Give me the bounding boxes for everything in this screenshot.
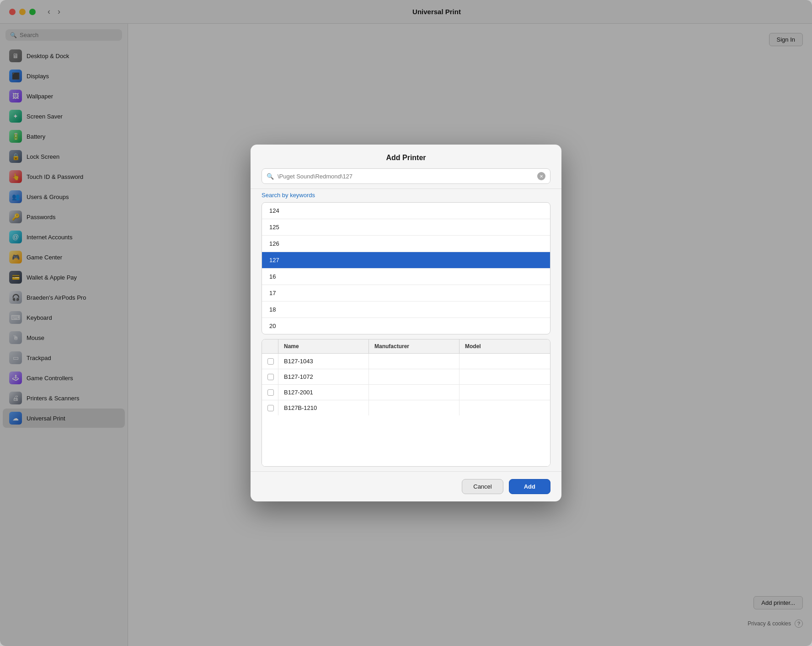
table-header-model: Model [459,339,550,353]
search-by-keywords-link[interactable]: Search by keywords [251,189,561,202]
modal-footer: Cancel Add [251,471,561,501]
row-model-cell [459,385,550,400]
printer-list-item-125[interactable]: 125 [262,219,550,236]
row-checkbox-cell [262,385,278,400]
table-header-name: Name [278,339,369,353]
row-model-cell [459,400,550,415]
printer-search-input[interactable]: \Puget Sound\Redmond\127 [278,173,534,180]
row-checkbox-cell [262,354,278,369]
table-row[interactable]: B127-1072 [262,369,550,385]
row-checkbox[interactable] [267,405,274,411]
printer-results-table: Name Manufacturer Model B127-1043 B127-1… [262,339,550,467]
printer-list-item-126[interactable]: 126 [262,236,550,252]
table-row[interactable]: B127-1043 [262,354,550,369]
table-body: B127-1043 B127-1072 B127-2001 B127B-1210 [262,354,550,445]
row-manufacturer-cell [369,369,459,384]
add-printer-modal: Add Printer 🔍 \Puget Sound\Redmond\127 ✕… [251,145,561,501]
empty-table-area [262,445,550,467]
row-model-cell [459,354,550,369]
cancel-button[interactable]: Cancel [462,479,503,494]
modal-search-box: 🔍 \Puget Sound\Redmond\127 ✕ [262,168,550,184]
row-name-cell: B127-1072 [278,369,369,384]
app-window: ‹ › Universal Print 🔍 🖥 Desktop & Dock ⬛… [0,0,812,646]
printer-number-list: 12412512612716171820 [262,202,550,334]
modal-overlay: Add Printer 🔍 \Puget Sound\Redmond\127 ✕… [0,0,812,646]
row-checkbox-cell [262,400,278,415]
row-name-cell: B127-1043 [278,354,369,369]
row-manufacturer-cell [369,400,459,415]
modal-header: Add Printer [251,145,561,168]
modal-search-row: 🔍 \Puget Sound\Redmond\127 ✕ [251,168,561,189]
printer-list-item-16[interactable]: 16 [262,269,550,285]
row-manufacturer-cell [369,385,459,400]
row-checkbox-cell [262,369,278,384]
table-header: Name Manufacturer Model [262,339,550,354]
row-checkbox[interactable] [267,389,274,396]
row-model-cell [459,369,550,384]
row-checkbox[interactable] [267,374,274,380]
printer-list-item-18[interactable]: 18 [262,301,550,318]
table-header-manufacturer: Manufacturer [369,339,459,353]
table-header-checkbox [262,339,278,353]
row-name-cell: B127B-1210 [278,400,369,415]
printer-number-list-container: 12412512612716171820 [251,202,561,334]
modal-search-icon: 🔍 [267,173,274,180]
row-name-cell: B127-2001 [278,385,369,400]
add-button[interactable]: Add [509,479,550,494]
table-row[interactable]: B127B-1210 [262,400,550,415]
printer-list-item-127[interactable]: 127 [262,252,550,269]
printer-list-item-20[interactable]: 20 [262,318,550,334]
clear-search-button[interactable]: ✕ [537,172,545,180]
row-checkbox[interactable] [267,358,274,365]
row-manufacturer-cell [369,354,459,369]
printer-list-item-124[interactable]: 124 [262,203,550,219]
table-row[interactable]: B127-2001 [262,385,550,400]
modal-title: Add Printer [262,154,550,162]
printer-list-item-17[interactable]: 17 [262,285,550,301]
